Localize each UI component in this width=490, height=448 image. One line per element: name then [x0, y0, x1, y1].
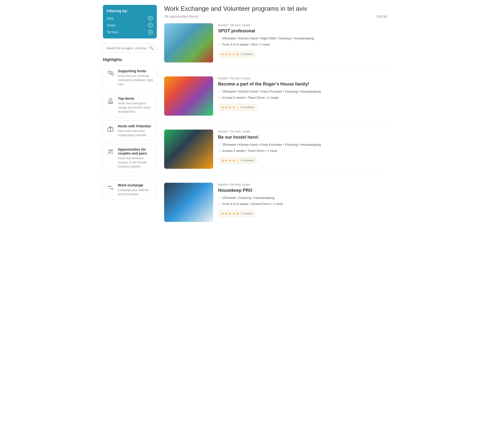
filter-title: Filtering by:	[107, 9, 153, 13]
review-count: 8 reviews	[241, 105, 254, 109]
star-1: ★	[221, 105, 224, 109]
search-input[interactable]	[106, 46, 147, 50]
listing-name: Be our hostel hero!	[218, 135, 387, 140]
listing-receive: ← From 4 to 8 weeks • Shared Dorm • 1 me…	[218, 202, 387, 207]
highlight-card-work-exchange[interactable]: Work exchange Exchange your skills for a…	[103, 180, 157, 200]
listing-card[interactable]: Hostel • Tel Aviv, Israel Become a part …	[164, 76, 387, 123]
stars: ★ ★ ★ ★ ☆	[221, 105, 239, 109]
stars: ★ ★ ★ ★ ☆	[221, 158, 239, 162]
listing-info: Hostel • Tel Aviv, Israel Housekeep PRO …	[218, 183, 387, 222]
listing-meta: Hostel • Tel Aviv, Israel	[218, 130, 387, 133]
listing-info: Hostel • Tel Aviv, Israel Be our hostel …	[218, 130, 387, 169]
listing-meta: Hostel • Tel Aviv, Israel	[218, 183, 387, 186]
star-5: ★	[236, 212, 239, 216]
listing-card[interactable]: Hostel • Tel Aviv, Israel SPOT profesion…	[164, 23, 387, 70]
gift-icon	[106, 124, 115, 133]
listing-location: Tel Aviv, Israel	[230, 130, 250, 133]
highlight-desc: Hosts that welcome couples or two friend…	[118, 156, 154, 169]
star-5-half: ☆	[236, 105, 239, 109]
listing-location: Tel Aviv, Israel	[230, 23, 250, 27]
remove-telaviv-button[interactable]: ✕	[148, 30, 153, 35]
star-2: ★	[225, 52, 228, 56]
star-5-half: ☆	[236, 158, 239, 162]
star-5: ★	[236, 52, 239, 56]
listing-info: Hostel • Tel Aviv, Israel SPOT profesion…	[218, 23, 387, 62]
svg-point-0	[109, 98, 112, 101]
results-count: 29 opportunities found	[164, 14, 198, 18]
star-1: ★	[221, 212, 224, 216]
filter-tag-telaviv: Tel Aviv ✕	[107, 30, 153, 35]
listing-type: Hostel	[218, 130, 227, 133]
search-icon: 🔍	[149, 46, 154, 50]
remove-asia-button[interactable]: ✕	[148, 16, 153, 21]
stars: ★ ★ ★ ★ ★	[221, 52, 239, 56]
listing-info: Hostel • Tel Aviv, Israel Become a part …	[218, 76, 387, 116]
handshake-icon	[106, 69, 115, 78]
sort-by-button[interactable]: Sort by	[376, 14, 387, 18]
star-4: ★	[232, 52, 235, 56]
highlight-name: Top Hosts	[118, 97, 154, 100]
svg-point-3	[111, 150, 113, 151]
highlight-card-hosts-potential[interactable]: Hosts with Potential New hosts with extr…	[103, 121, 157, 141]
star-3: ★	[229, 105, 232, 109]
highlight-desc: New hosts with extra collaborative poten…	[118, 129, 154, 137]
results-bar: 29 opportunities found Sort by	[164, 14, 387, 18]
svg-point-2	[109, 150, 110, 151]
star-3: ★	[229, 158, 232, 162]
stars: ★ ★ ★ ★ ★	[221, 212, 239, 216]
listing-location: Tel Aviv, Israel	[230, 76, 250, 80]
people-icon	[106, 147, 115, 156]
listing-image	[164, 76, 213, 116]
filter-tag-label: Asia	[107, 16, 113, 20]
rating-badge: ★ ★ ★ ★ ☆ 8 reviews	[218, 157, 257, 164]
highlight-desc: Hosts that have good ratings and receive…	[118, 101, 154, 114]
main-content: Work Exchange and Volunteer programs in …	[164, 5, 387, 236]
award-icon	[106, 97, 115, 105]
listing-location: Tel Aviv, Israel	[230, 183, 250, 186]
listing-image	[164, 183, 213, 222]
star-4: ★	[232, 158, 235, 162]
exchange-icon	[106, 183, 115, 192]
divider	[103, 176, 157, 176]
filter-tag-label: Tel Aviv	[107, 30, 118, 34]
highlight-desc: Hosts that are receiving community volun…	[118, 74, 154, 86]
rating-badge: ★ ★ ★ ★ ☆ 8 reviews	[218, 104, 257, 111]
highlight-card-top-hosts[interactable]: Top Hosts Hosts that have good ratings a…	[103, 93, 157, 117]
rating-badge: ★ ★ ★ ★ ★ 1 review	[218, 51, 256, 58]
highlight-name: Work exchange	[118, 183, 154, 187]
listing-receive: ← At least 2 weeks • Team Dorm • 2 meals	[218, 95, 387, 100]
listing-meta: Hostel • Tel Aviv, Israel	[218, 76, 387, 80]
highlight-card-couples-pairs[interactable]: Opportunities for couples and pairs Host…	[103, 144, 157, 172]
listing-receive: ← At least 2 weeks • Team Dorm • 1 meal	[218, 148, 387, 154]
listing-offer: → 25h/week • Kitchen Hand • Party Promot…	[218, 89, 387, 94]
star-2: ★	[225, 158, 228, 162]
star-2: ★	[225, 105, 228, 109]
star-1: ★	[221, 158, 224, 162]
search-box[interactable]: 🔍	[103, 43, 157, 53]
sidebar: Filtering by: Asia ✕ Israel ✕ Tel Aviv ✕…	[103, 5, 157, 236]
page-title: Work Exchange and Volunteer programs in …	[164, 5, 387, 12]
listing-name: Become a part of the Roger's House famil…	[218, 82, 387, 87]
review-count: 8 reviews	[241, 158, 254, 162]
listing-meta: Hostel • Tel Aviv, Israel	[218, 23, 387, 27]
star-1: ★	[221, 52, 224, 56]
listing-image	[164, 130, 213, 169]
star-4: ★	[232, 105, 235, 109]
filter-tag-asia: Asia ✕	[107, 16, 153, 21]
highlight-desc: Exchange your skills for accommodation	[118, 188, 154, 196]
highlight-card-supporting-hosts[interactable]: Supporting hosts Hosts that are receivin…	[103, 65, 157, 90]
review-count: 1 review	[241, 212, 252, 215]
star-3: ★	[229, 212, 232, 216]
listing-card[interactable]: Hostel • Tel Aviv, Israel Housekeep PRO …	[164, 183, 387, 229]
listing-name: SPOT profesional	[218, 28, 387, 34]
listing-image	[164, 23, 213, 62]
listing-offer: → 25h/week • Kitchen Hand • Party Promot…	[218, 142, 387, 147]
listing-card[interactable]: Hostel • Tel Aviv, Israel Be our hostel …	[164, 130, 387, 176]
listing-type: Hostel	[218, 23, 227, 27]
remove-israel-button[interactable]: ✕	[148, 23, 153, 28]
listing-offer: → 25h/week • Kitchen Hand • Night Shift …	[218, 36, 387, 41]
highlight-name: Hosts with Potential	[118, 124, 154, 128]
listing-name: Housekeep PRO	[218, 188, 387, 193]
filter-tag-label: Israel	[107, 23, 115, 27]
star-2: ★	[225, 212, 228, 216]
